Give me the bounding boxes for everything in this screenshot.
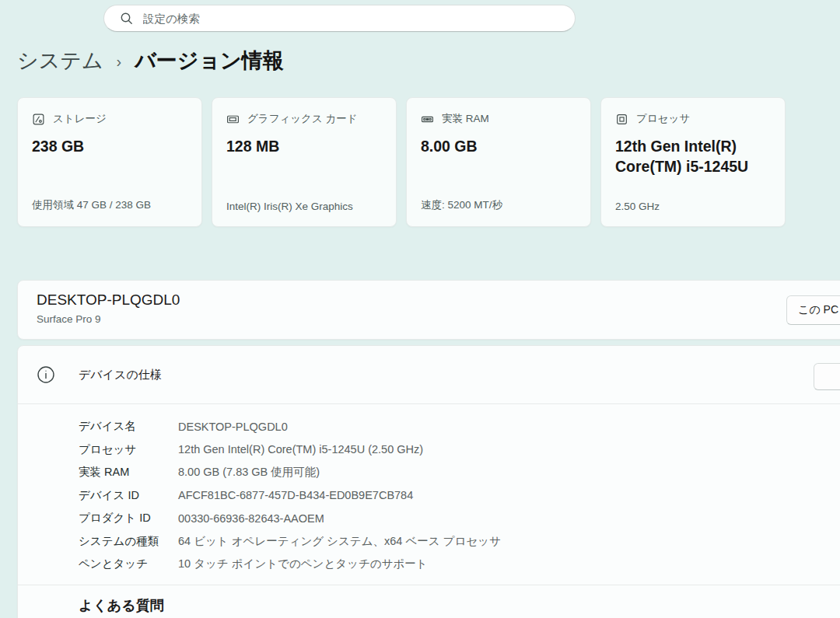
card-detail: Intel(R) Iris(R) Xe Graphics xyxy=(226,201,387,212)
card-value: 128 MB xyxy=(226,136,382,156)
chevron-right-icon: › xyxy=(117,51,122,71)
spec-row-device-name: デバイス名 DESKTOP-PLQGDL0 xyxy=(79,415,840,438)
card-processor[interactable]: プロセッサ 12th Gen Intel(R) Core(TM) i5-1245… xyxy=(600,97,786,227)
device-specs-panel: デバイスの仕様 デバイス名 DESKTOP-PLQGDL0 プロセッサ 12th… xyxy=(17,345,840,618)
spec-value: 10 タッチ ポイントでのペンとタッチのサポート xyxy=(178,557,428,571)
summary-cards: ストレージ 238 GB 使用領域 47 GB / 238 GB グラフィックス… xyxy=(17,97,786,227)
spec-value: 00330-66936-82643-AAOEM xyxy=(178,512,324,525)
divider xyxy=(18,403,840,404)
spec-row-device-id: デバイス ID AFCF81BC-6877-457D-B434-ED0B9E7C… xyxy=(79,484,840,508)
spec-label: デバイス名 xyxy=(79,419,178,434)
spec-value: 8.00 GB (7.83 GB 使用可能) xyxy=(178,465,320,480)
card-graphics[interactable]: グラフィックス カード 128 MB Intel(R) Iris(R) Xe G… xyxy=(212,97,397,227)
spec-label: デバイス ID xyxy=(79,488,178,503)
card-label: ストレージ xyxy=(53,112,107,126)
ram-icon xyxy=(421,113,434,126)
device-name-panel: DESKTOP-PLQGDL0 Surface Pro 9 この PC xyxy=(17,280,840,340)
spec-row-product-id: プロダクト ID 00330-66936-82643-AAOEM xyxy=(79,507,840,530)
spec-row-ram: 実装 RAM 8.00 GB (7.83 GB 使用可能) xyxy=(79,461,840,484)
spec-label: プロダクト ID xyxy=(79,511,178,525)
storage-icon xyxy=(32,113,45,126)
spec-label: ペンとタッチ xyxy=(79,557,178,571)
card-label: プロセッサ xyxy=(636,112,690,126)
device-specs-title: デバイスの仕様 xyxy=(79,368,162,382)
device-specs-expander[interactable]: デバイスの仕様 xyxy=(18,346,840,403)
search-input[interactable] xyxy=(143,12,564,25)
card-storage[interactable]: ストレージ 238 GB 使用領域 47 GB / 238 GB xyxy=(17,97,202,227)
card-detail: 使用領域 47 GB / 238 GB xyxy=(32,198,192,212)
spec-label: 実装 RAM xyxy=(79,465,178,480)
spec-row-processor: プロセッサ 12th Gen Intel(R) Core(TM) i5-1245… xyxy=(79,438,840,462)
spec-label: プロセッサ xyxy=(79,442,178,457)
spec-row-system-type: システムの種類 64 ビット オペレーティング システム、x64 ベース プロセ… xyxy=(79,530,840,553)
settings-about-page: システム › バージョン情報 ストレージ 238 GB 使用領域 47 GB /… xyxy=(0,0,840,618)
device-model: Surface Pro 9 xyxy=(37,313,101,325)
page-title: バージョン情報 xyxy=(135,47,284,75)
card-label: 実装 RAM xyxy=(442,112,489,126)
info-icon xyxy=(37,365,55,384)
card-detail: 速度: 5200 MT/秒 xyxy=(421,198,581,212)
spec-value: DESKTOP-PLQGDL0 xyxy=(178,421,288,433)
card-value: 8.00 GB xyxy=(421,136,576,156)
card-value: 12th Gen Intel(R) Core(TM) i5-1245U xyxy=(615,136,771,177)
card-label: グラフィックス カード xyxy=(247,112,358,126)
card-value: 238 GB xyxy=(32,136,187,156)
spec-label: システムの種類 xyxy=(79,534,178,549)
spec-value: AFCF81BC-6877-457D-B434-ED0B9E7CB784 xyxy=(178,489,413,501)
device-name: DESKTOP-PLQGDL0 xyxy=(37,292,180,309)
faq-section-title: よくある質問 xyxy=(79,596,164,615)
rename-pc-button[interactable]: この PC xyxy=(786,295,840,325)
settings-search-bar[interactable] xyxy=(103,5,576,32)
spec-value: 64 ビット オペレーティング システム、x64 ベース プロセッサ xyxy=(178,534,501,549)
spec-row-pen-touch: ペンとタッチ 10 タッチ ポイントでのペンとタッチのサポート xyxy=(79,553,840,576)
spec-value: 12th Gen Intel(R) Core(TM) i5-1245U (2.5… xyxy=(178,443,423,456)
card-ram[interactable]: 実装 RAM 8.00 GB 速度: 5200 MT/秒 xyxy=(406,97,591,227)
processor-icon xyxy=(615,113,628,126)
graphics-card-icon xyxy=(226,113,240,126)
breadcrumb-system[interactable]: システム xyxy=(17,47,103,75)
copy-specs-button[interactable] xyxy=(814,363,840,390)
breadcrumb: システム › バージョン情報 xyxy=(17,47,284,75)
divider xyxy=(18,585,840,585)
device-specs-list: デバイス名 DESKTOP-PLQGDL0 プロセッサ 12th Gen Int… xyxy=(79,415,840,576)
card-detail: 2.50 GHz xyxy=(615,201,775,212)
search-icon xyxy=(120,12,134,26)
